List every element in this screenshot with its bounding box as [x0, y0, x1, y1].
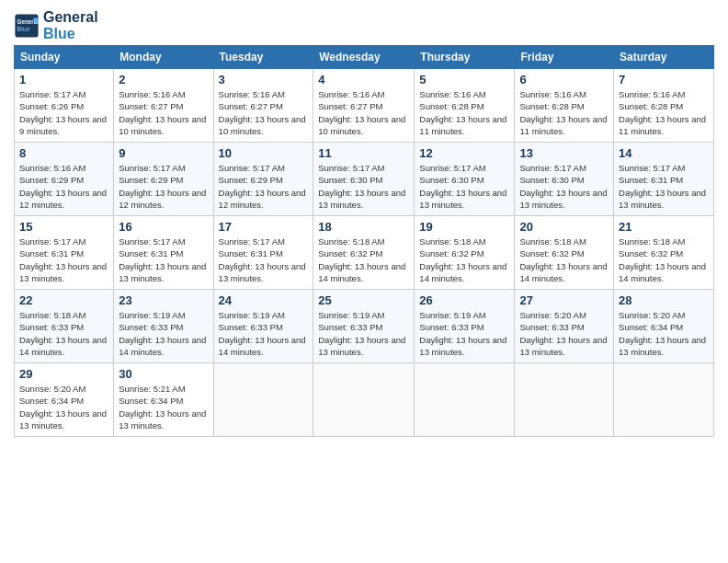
- weekday-header-friday: Friday: [515, 46, 614, 69]
- day-number: 9: [119, 146, 208, 160]
- day-number: 6: [519, 73, 609, 86]
- day-number: 3: [219, 73, 309, 86]
- calendar-cell: 25 Sunrise: 5:19 AMSunset: 6:33 PMDaylig…: [313, 290, 415, 363]
- day-detail: Sunrise: 5:17 AMSunset: 6:31 PMDaylight:…: [219, 236, 306, 283]
- logo-icon: General Blue: [14, 13, 40, 39]
- day-detail: Sunrise: 5:20 AMSunset: 6:34 PMDaylight:…: [619, 310, 706, 357]
- weekday-header-wednesday: Wednesday: [313, 46, 415, 69]
- calendar-cell: 13 Sunrise: 5:17 AMSunset: 6:30 PMDaylig…: [515, 143, 614, 216]
- day-detail: Sunrise: 5:17 AMSunset: 6:30 PMDaylight:…: [419, 163, 506, 210]
- calendar-cell: 7 Sunrise: 5:16 AMSunset: 6:28 PMDayligh…: [614, 69, 714, 143]
- calendar-cell: 24 Sunrise: 5:19 AMSunset: 6:33 PMDaylig…: [213, 290, 313, 363]
- calendar-cell: 8 Sunrise: 5:16 AMSunset: 6:29 PMDayligh…: [15, 143, 114, 216]
- calendar-table: SundayMondayTuesdayWednesdayThursdayFrid…: [14, 45, 714, 437]
- calendar-cell: 12 Sunrise: 5:17 AMSunset: 6:30 PMDaylig…: [415, 143, 515, 216]
- day-number: 20: [519, 220, 609, 234]
- calendar-cell: 23 Sunrise: 5:19 AMSunset: 6:33 PMDaylig…: [114, 290, 213, 363]
- day-number: 1: [19, 73, 108, 86]
- day-detail: Sunrise: 5:19 AMSunset: 6:33 PMDaylight:…: [119, 310, 206, 357]
- weekday-header-monday: Monday: [114, 46, 213, 69]
- day-number: 11: [318, 146, 409, 160]
- calendar-cell: 27 Sunrise: 5:20 AMSunset: 6:33 PMDaylig…: [515, 290, 614, 363]
- day-detail: Sunrise: 5:18 AMSunset: 6:32 PMDaylight:…: [619, 236, 706, 283]
- page-container: General Blue General Blue SundayMondayTu…: [0, 0, 728, 446]
- calendar-cell: 28 Sunrise: 5:20 AMSunset: 6:34 PMDaylig…: [614, 290, 714, 363]
- calendar-cell: 14 Sunrise: 5:17 AMSunset: 6:31 PMDaylig…: [614, 143, 714, 216]
- day-number: 24: [219, 293, 309, 307]
- calendar-cell: [614, 363, 714, 437]
- day-number: 30: [119, 367, 208, 381]
- calendar-cell: 9 Sunrise: 5:17 AMSunset: 6:29 PMDayligh…: [114, 143, 213, 216]
- calendar-cell: 2 Sunrise: 5:16 AMSunset: 6:27 PMDayligh…: [114, 69, 213, 143]
- calendar-header-row: SundayMondayTuesdayWednesdayThursdayFrid…: [15, 46, 714, 69]
- weekday-header-tuesday: Tuesday: [213, 46, 313, 69]
- day-number: 22: [19, 293, 108, 307]
- day-detail: Sunrise: 5:18 AMSunset: 6:32 PMDaylight:…: [519, 236, 607, 283]
- calendar-cell: [213, 363, 313, 437]
- calendar-cell: 5 Sunrise: 5:16 AMSunset: 6:28 PMDayligh…: [415, 69, 515, 143]
- day-detail: Sunrise: 5:17 AMSunset: 6:31 PMDaylight:…: [19, 236, 107, 283]
- day-detail: Sunrise: 5:19 AMSunset: 6:33 PMDaylight:…: [219, 310, 306, 357]
- svg-text:Blue: Blue: [17, 25, 30, 31]
- day-number: 4: [318, 73, 409, 86]
- day-detail: Sunrise: 5:19 AMSunset: 6:33 PMDaylight:…: [419, 310, 506, 357]
- day-number: 10: [219, 146, 309, 160]
- logo: General Blue General Blue: [14, 9, 98, 41]
- day-number: 2: [119, 73, 208, 86]
- day-number: 18: [318, 220, 409, 234]
- calendar-cell: 18 Sunrise: 5:18 AMSunset: 6:32 PMDaylig…: [313, 216, 415, 290]
- calendar-cell: 11 Sunrise: 5:17 AMSunset: 6:30 PMDaylig…: [313, 143, 415, 216]
- day-number: 16: [119, 220, 208, 234]
- day-detail: Sunrise: 5:17 AMSunset: 6:31 PMDaylight:…: [619, 163, 706, 210]
- day-detail: Sunrise: 5:18 AMSunset: 6:32 PMDaylight:…: [419, 236, 506, 283]
- calendar-week-row: 29 Sunrise: 5:20 AMSunset: 6:34 PMDaylig…: [15, 363, 714, 437]
- day-number: 19: [419, 220, 509, 234]
- calendar-cell: 19 Sunrise: 5:18 AMSunset: 6:32 PMDaylig…: [415, 216, 515, 290]
- day-detail: Sunrise: 5:21 AMSunset: 6:34 PMDaylight:…: [119, 384, 206, 431]
- weekday-header-sunday: Sunday: [15, 46, 114, 69]
- calendar-cell: [313, 363, 415, 437]
- day-number: 28: [619, 293, 709, 307]
- day-number: 13: [519, 146, 609, 160]
- day-number: 7: [619, 73, 709, 86]
- day-detail: Sunrise: 5:17 AMSunset: 6:30 PMDaylight:…: [519, 163, 607, 210]
- day-detail: Sunrise: 5:19 AMSunset: 6:33 PMDaylight:…: [318, 310, 405, 357]
- day-number: 8: [19, 146, 108, 160]
- day-number: 12: [419, 146, 509, 160]
- day-detail: Sunrise: 5:18 AMSunset: 6:33 PMDaylight:…: [19, 310, 107, 357]
- calendar-cell: 26 Sunrise: 5:19 AMSunset: 6:33 PMDaylig…: [415, 290, 515, 363]
- day-detail: Sunrise: 5:16 AMSunset: 6:29 PMDaylight:…: [19, 163, 107, 210]
- day-detail: Sunrise: 5:20 AMSunset: 6:33 PMDaylight:…: [519, 310, 607, 357]
- day-number: 25: [318, 293, 409, 307]
- calendar-week-row: 22 Sunrise: 5:18 AMSunset: 6:33 PMDaylig…: [15, 290, 714, 363]
- day-detail: Sunrise: 5:16 AMSunset: 6:27 PMDaylight:…: [219, 89, 306, 136]
- calendar-cell: 15 Sunrise: 5:17 AMSunset: 6:31 PMDaylig…: [15, 216, 114, 290]
- day-detail: Sunrise: 5:17 AMSunset: 6:26 PMDaylight:…: [19, 89, 107, 136]
- calendar-cell: 21 Sunrise: 5:18 AMSunset: 6:32 PMDaylig…: [614, 216, 714, 290]
- day-detail: Sunrise: 5:18 AMSunset: 6:32 PMDaylight:…: [318, 236, 405, 283]
- calendar-cell: 10 Sunrise: 5:17 AMSunset: 6:29 PMDaylig…: [213, 143, 313, 216]
- day-number: 26: [419, 293, 509, 307]
- calendar-week-row: 8 Sunrise: 5:16 AMSunset: 6:29 PMDayligh…: [15, 143, 714, 216]
- logo-text: General Blue: [43, 9, 98, 41]
- header: General Blue General Blue: [14, 9, 714, 41]
- calendar-cell: 20 Sunrise: 5:18 AMSunset: 6:32 PMDaylig…: [515, 216, 614, 290]
- calendar-cell: 4 Sunrise: 5:16 AMSunset: 6:27 PMDayligh…: [313, 69, 415, 143]
- day-detail: Sunrise: 5:16 AMSunset: 6:28 PMDaylight:…: [619, 89, 706, 136]
- calendar-body: 1 Sunrise: 5:17 AMSunset: 6:26 PMDayligh…: [15, 69, 714, 437]
- day-detail: Sunrise: 5:17 AMSunset: 6:29 PMDaylight:…: [119, 163, 206, 210]
- calendar-cell: 17 Sunrise: 5:17 AMSunset: 6:31 PMDaylig…: [213, 216, 313, 290]
- calendar-cell: 22 Sunrise: 5:18 AMSunset: 6:33 PMDaylig…: [15, 290, 114, 363]
- day-number: 14: [619, 146, 709, 160]
- day-detail: Sunrise: 5:20 AMSunset: 6:34 PMDaylight:…: [19, 384, 107, 431]
- day-number: 17: [219, 220, 309, 234]
- day-number: 21: [619, 220, 709, 234]
- calendar-cell: [515, 363, 614, 437]
- calendar-cell: 1 Sunrise: 5:17 AMSunset: 6:26 PMDayligh…: [15, 69, 114, 143]
- day-number: 29: [19, 367, 108, 381]
- day-detail: Sunrise: 5:16 AMSunset: 6:28 PMDaylight:…: [419, 89, 506, 136]
- day-detail: Sunrise: 5:16 AMSunset: 6:27 PMDaylight:…: [119, 89, 206, 136]
- day-number: 27: [519, 293, 609, 307]
- calendar-cell: 6 Sunrise: 5:16 AMSunset: 6:28 PMDayligh…: [515, 69, 614, 143]
- day-detail: Sunrise: 5:17 AMSunset: 6:31 PMDaylight:…: [119, 236, 206, 283]
